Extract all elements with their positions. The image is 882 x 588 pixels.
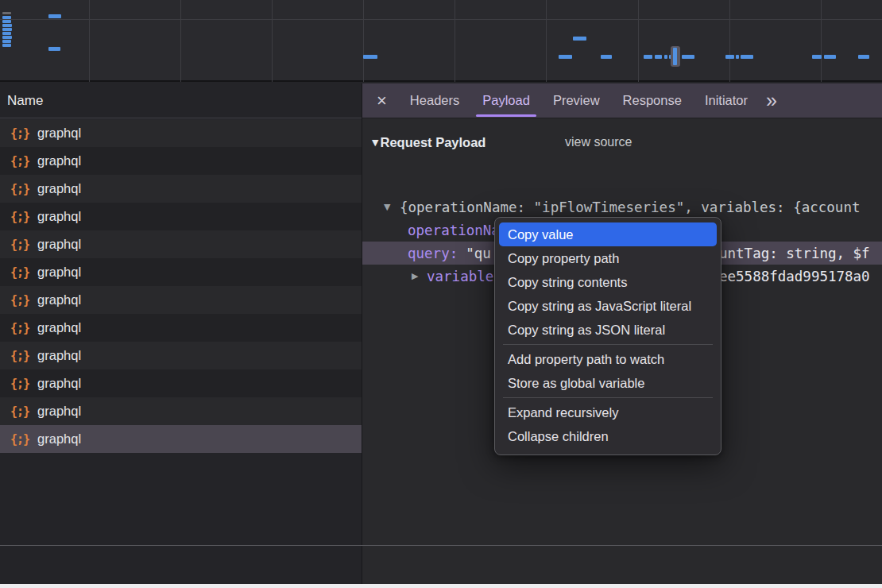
timeline-scrub-marker[interactable] (671, 46, 680, 67)
request-list-item[interactable]: {;} graphql (0, 397, 362, 425)
more-tabs-icon[interactable]: » (766, 91, 777, 110)
json-braces-icon: {;} (10, 293, 29, 308)
waterfall-bar (2, 16, 11, 19)
menu-separator (503, 344, 713, 345)
menu-item-copy-string-contents[interactable]: Copy string contents (495, 270, 721, 294)
overview-gridline (455, 0, 455, 82)
waterfall-bar (2, 24, 12, 27)
overview-gridline (638, 0, 639, 82)
context-menu: Copy valueCopy property pathCopy string … (494, 217, 721, 455)
request-list-panel: Name {;} graphql {;} graphql {;} graphql… (0, 83, 362, 584)
close-icon[interactable]: × (377, 92, 387, 110)
request-list-item[interactable]: {;} graphql (0, 230, 362, 258)
waterfall-bar (573, 37, 586, 41)
name-column-header[interactable]: Name (0, 83, 362, 118)
tab-headers[interactable]: Headers (410, 83, 459, 118)
tab-payload[interactable]: Payload (482, 83, 530, 118)
request-name: graphql (37, 292, 81, 308)
waterfall-bar (2, 44, 11, 47)
waterfall-bar (655, 55, 662, 59)
request-name: graphql (37, 320, 81, 335)
overview-gridline (180, 0, 181, 82)
waterfall-bar (48, 14, 61, 18)
json-braces-icon: {;} (10, 377, 29, 391)
json-braces-icon: {;} (10, 349, 29, 363)
payload-root-preview: {operationName: "ipFlowTimeseries", vari… (400, 199, 860, 215)
overview-gridline (821, 0, 822, 82)
request-list-item[interactable]: {;} graphql (0, 314, 362, 342)
overview-gridline (272, 0, 273, 82)
request-list-item[interactable]: {;} graphql (0, 147, 362, 175)
request-name: graphql (37, 237, 81, 252)
request-name: graphql (37, 153, 81, 168)
menu-item-expand-recursively[interactable]: Expand recursively (495, 400, 721, 424)
menu-item-store-as-global-variable[interactable]: Store as global variable (495, 371, 721, 395)
overview-gridline (363, 0, 364, 82)
screenshot-bottom-edge (0, 584, 882, 588)
overview-gridline (89, 0, 90, 82)
menu-item-copy-property-path[interactable]: Copy property path (495, 246, 721, 270)
waterfall-bar (2, 28, 12, 31)
request-payload-section-header[interactable]: ▼ Request Payload view source (362, 131, 882, 153)
waterfall-bar (812, 55, 822, 59)
request-name: graphql (37, 181, 81, 196)
waterfall-bar (644, 55, 652, 59)
devtools-network-panel: Name {;} graphql {;} graphql {;} graphql… (0, 0, 882, 588)
waterfall-bar (2, 40, 11, 43)
request-list-item[interactable]: {;} graphql (0, 175, 362, 203)
json-braces-icon: {;} (10, 432, 29, 447)
request-name: graphql (37, 404, 81, 419)
menu-item-copy-string-as-javascript-literal[interactable]: Copy string as JavaScript literal (495, 294, 721, 318)
json-braces-icon: {;} (10, 265, 29, 280)
tab-preview[interactable]: Preview (553, 83, 600, 118)
network-overview-timeline[interactable] (0, 0, 882, 82)
waterfall-bar (48, 47, 60, 51)
menu-item-copy-value[interactable]: Copy value (499, 222, 717, 246)
name-column-label: Name (7, 93, 43, 109)
tab-initiator[interactable]: Initiator (705, 83, 748, 118)
overview-gridline (729, 0, 730, 82)
menu-item-copy-string-as-json-literal[interactable]: Copy string as JSON literal (495, 318, 721, 342)
waterfall-bar (559, 55, 572, 59)
json-braces-icon: {;} (10, 210, 29, 224)
request-list-item[interactable]: {;} graphql (0, 369, 362, 397)
menu-item-add-property-path-to-watch[interactable]: Add property path to watch (495, 347, 721, 371)
request-list-item[interactable]: {;} graphql (0, 258, 362, 286)
waterfall-bar (2, 36, 12, 39)
overview-gridline (546, 0, 547, 82)
request-list-item[interactable]: {;} graphql (0, 286, 362, 314)
json-braces-icon: {;} (10, 126, 29, 141)
waterfall-bar (2, 12, 11, 14)
request-name: graphql (37, 126, 81, 141)
expand-caret-icon[interactable]: ▼ (384, 202, 390, 212)
waterfall-bar (736, 55, 739, 59)
view-source-link[interactable]: view source (565, 135, 632, 149)
request-name: graphql (37, 376, 81, 391)
waterfall-bar (601, 55, 612, 59)
request-list-item[interactable]: {;} graphql (0, 119, 362, 147)
property-key: query: (408, 246, 458, 261)
request-name: graphql (37, 265, 81, 280)
waterfall-bar (725, 55, 734, 59)
property-key: variables (427, 269, 502, 284)
json-braces-icon: {;} (10, 154, 29, 168)
json-braces-icon: {;} (10, 182, 29, 196)
expand-caret-icon[interactable]: ▶ (412, 271, 418, 281)
request-list-item[interactable]: {;} graphql (0, 342, 362, 369)
request-list-item[interactable]: {;} graphql (0, 425, 362, 453)
payload-tree-root-row[interactable]: ▼ {operationName: "ipFlowTimeseries", va… (362, 195, 882, 219)
waterfall-bar (2, 32, 11, 35)
menu-item-collapse-children[interactable]: Collapse children (495, 424, 721, 448)
property-value-continued: untTag: string, $f (719, 246, 870, 261)
tab-response[interactable]: Response (623, 83, 682, 118)
request-name: graphql (37, 431, 81, 447)
json-braces-icon: {;} (10, 238, 29, 252)
request-list-item[interactable]: {;} graphql (0, 203, 362, 230)
waterfall-bar (858, 55, 869, 59)
property-value-continued: ee5588fdad995178a0 (719, 269, 870, 284)
json-braces-icon: {;} (10, 321, 29, 335)
section-collapse-icon[interactable]: ▼ (372, 137, 378, 148)
marker-bar (673, 48, 677, 65)
waterfall-bar (664, 55, 667, 59)
request-name: graphql (37, 348, 81, 363)
